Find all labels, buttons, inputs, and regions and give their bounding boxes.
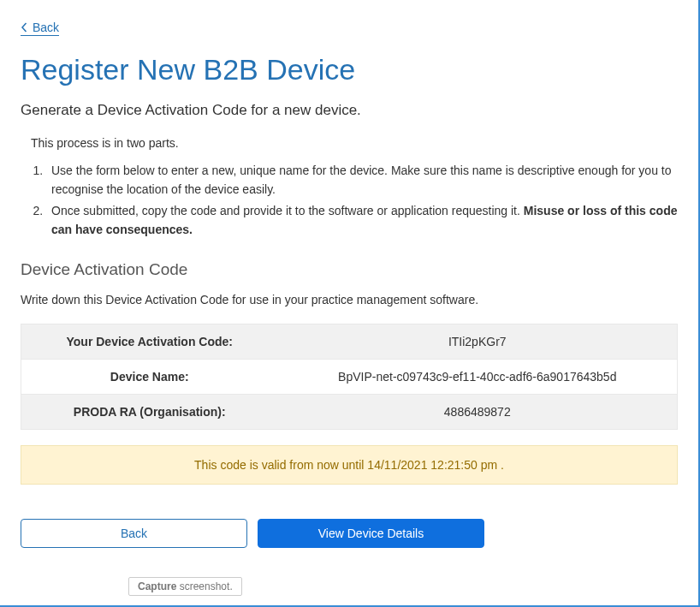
back-link[interactable]: Back (21, 21, 59, 36)
page-title: Register New B2B Device (21, 53, 678, 86)
capture-screenshot-button[interactable]: Capture screenshot. (128, 577, 242, 596)
table-row: Device Name: BpVIP-net-c09743c9-ef11-40c… (21, 359, 678, 394)
writedown-text: Write down this Device Activation Code f… (21, 293, 678, 306)
capture-rest: screenshot. (176, 580, 232, 592)
ra-label: PRODA RA (Organisation): (21, 394, 278, 429)
device-name-label: Device Name: (21, 359, 278, 394)
table-row: PRODA RA (Organisation): 4886489872 (21, 394, 678, 429)
page-subtitle: Generate a Device Activation Code for a … (21, 102, 678, 119)
activation-code-table: Your Device Activation Code: ITIi2pKGr7 … (21, 324, 678, 430)
view-device-details-button[interactable]: View Device Details (258, 519, 484, 548)
step-2: Once submitted, copy the code and provid… (46, 202, 678, 239)
table-row: Your Device Activation Code: ITIi2pKGr7 (21, 324, 678, 359)
validity-notice: This code is valid from now until 14/11/… (21, 445, 678, 485)
steps-intro: This process is in two parts. (31, 136, 678, 150)
back-button[interactable]: Back (21, 519, 247, 548)
ra-value: 4886489872 (278, 394, 678, 429)
device-name-value: BpVIP-net-c09743c9-ef11-40cc-adf6-6a9017… (278, 359, 678, 394)
chevron-left-icon (21, 22, 27, 33)
code-label: Your Device Activation Code: (21, 324, 278, 359)
step-1: Use the form below to enter a new, uniqu… (46, 162, 678, 199)
capture-bold: Capture (138, 580, 176, 592)
steps-list: Use the form below to enter a new, uniqu… (46, 162, 678, 240)
button-row: Back View Device Details (21, 519, 678, 548)
section-heading: Device Activation Code (21, 260, 678, 279)
code-value: ITIi2pKGr7 (278, 324, 678, 359)
step-2-text: Once submitted, copy the code and provid… (51, 204, 524, 217)
back-link-label: Back (33, 21, 59, 34)
